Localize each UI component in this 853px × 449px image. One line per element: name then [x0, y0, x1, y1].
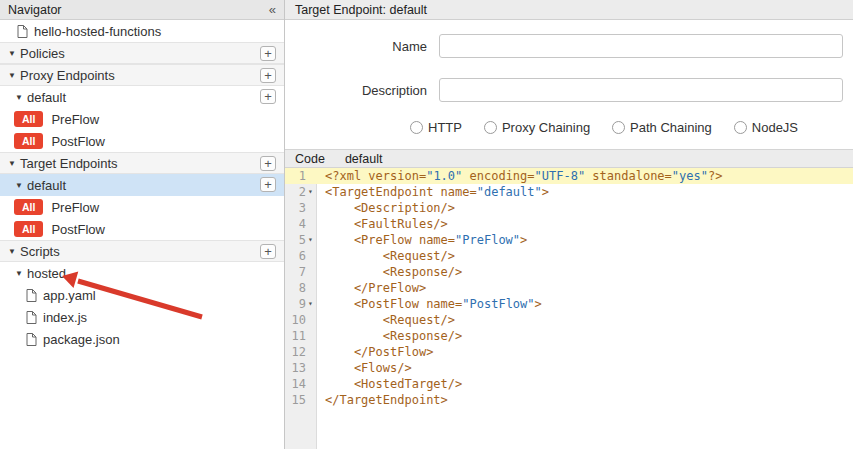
code-line[interactable]: 10 <Request/> [285, 312, 853, 328]
file-icon [26, 289, 43, 302]
code-line[interactable]: 11 <Response/> [285, 328, 853, 344]
code-line[interactable]: 1<?xml version="1.0" encoding="UTF-8" st… [285, 168, 853, 184]
caret-down-icon[interactable]: ▼ [8, 247, 20, 256]
name-label: Name [285, 39, 427, 54]
radio-label: HTTP [428, 120, 462, 135]
nav-section-proxy-endpoints[interactable]: ▼Proxy Endpoints+ [0, 64, 284, 86]
fold-icon[interactable]: ▾ [306, 184, 315, 200]
nav-node-default[interactable]: ▼default+ [0, 86, 284, 108]
target-endpoint-header: Target Endpoint: default [285, 0, 853, 20]
row-label: Target Endpoints [20, 156, 118, 171]
navigator-header: Navigator « [0, 0, 284, 20]
navigator-panel: Navigator « hello-hosted-functions▼Polic… [0, 0, 285, 449]
nav-flow-preflow[interactable]: AllPreFlow [0, 196, 284, 218]
row-label: Policies [20, 46, 65, 61]
code-line[interactable]: 4 <FaultRules/> [285, 216, 853, 232]
nav-file-app-yaml[interactable]: app.yaml [0, 284, 284, 306]
nav-file-package-json[interactable]: package.json [0, 328, 284, 350]
add-button[interactable]: + [260, 244, 276, 259]
file-icon [26, 333, 43, 346]
fold-icon[interactable]: ▾ [306, 296, 315, 312]
nav-section-scripts[interactable]: ▼Scripts+ [0, 240, 284, 262]
code-line[interactable]: 8 </PreFlow> [285, 280, 853, 296]
row-label: default [27, 178, 66, 193]
code-editor[interactable]: 1<?xml version="1.0" encoding="UTF-8" st… [285, 168, 853, 449]
row-label: hello-hosted-functions [34, 24, 161, 39]
radio-proxy-chaining[interactable]: Proxy Chaining [484, 120, 590, 135]
line-number: 14 [292, 376, 306, 392]
line-number: 12 [292, 344, 306, 360]
code-line[interactable]: 3 <Description/> [285, 200, 853, 216]
line-number: 8 [299, 280, 306, 296]
nav-section-target-endpoints[interactable]: ▼Target Endpoints+ [0, 152, 284, 174]
nav-node-hosted[interactable]: ▼hosted [0, 262, 284, 284]
radio-label: Proxy Chaining [502, 120, 590, 135]
caret-down-icon[interactable]: ▼ [15, 93, 27, 102]
line-number: 4 [299, 216, 306, 232]
radio-http[interactable]: HTTP [410, 120, 462, 135]
code-line[interactable]: 13 <Flows/> [285, 360, 853, 376]
add-button[interactable]: + [260, 156, 276, 171]
proxy-editor: Navigator « hello-hosted-functions▼Polic… [0, 0, 853, 449]
code-line[interactable]: 14 <HostedTarget/> [285, 376, 853, 392]
line-number: 5 [299, 232, 306, 248]
row-label: PostFlow [51, 134, 104, 149]
line-number: 7 [299, 264, 306, 280]
nav-flow-postflow[interactable]: AllPostFlow [0, 130, 284, 152]
caret-down-icon[interactable]: ▼ [15, 269, 27, 278]
code-line[interactable]: 9▾ <PostFlow name="PostFlow"> [285, 296, 853, 312]
description-label: Description [285, 83, 427, 98]
nav-flow-postflow[interactable]: AllPostFlow [0, 218, 284, 240]
code-line[interactable]: 6 <Request/> [285, 248, 853, 264]
row-label: hosted [27, 266, 66, 281]
add-button[interactable]: + [260, 68, 276, 83]
nav-file-index-js[interactable]: index.js [0, 306, 284, 328]
radio-nodejs[interactable]: NodeJS [734, 120, 798, 135]
row-label: index.js [43, 310, 87, 325]
code-line[interactable]: 2▾<TargetEndpoint name="default"> [285, 184, 853, 200]
radio-circle-icon[interactable] [484, 121, 497, 134]
row-label: default [27, 90, 66, 105]
code-header: Code default [285, 149, 853, 168]
description-input[interactable] [439, 78, 843, 102]
code-line[interactable]: 12 </PostFlow> [285, 344, 853, 360]
caret-down-icon[interactable]: ▼ [8, 159, 20, 168]
nav-flow-preflow[interactable]: AllPreFlow [0, 108, 284, 130]
radio-circle-icon[interactable] [612, 121, 625, 134]
add-button[interactable]: + [260, 46, 276, 61]
radio-circle-icon[interactable] [410, 121, 423, 134]
row-label: Proxy Endpoints [20, 68, 115, 83]
radio-circle-icon[interactable] [734, 121, 747, 134]
navigator-title: Navigator [8, 3, 62, 17]
name-row: Name [285, 34, 845, 58]
caret-down-icon[interactable]: ▼ [8, 49, 20, 58]
line-number: 3 [299, 200, 306, 216]
target-endpoint-panel: Target Endpoint: default Name Descriptio… [285, 0, 853, 449]
target-endpoint-title: Target Endpoint: default [295, 3, 427, 17]
caret-down-icon[interactable]: ▼ [15, 181, 27, 190]
radio-path-chaining[interactable]: Path Chaining [612, 120, 712, 135]
caret-down-icon[interactable]: ▼ [8, 71, 20, 80]
fold-icon[interactable]: ▾ [306, 232, 315, 248]
code-line[interactable]: 7 <Response/> [285, 264, 853, 280]
add-button[interactable]: + [260, 177, 276, 192]
row-label: app.yaml [43, 288, 96, 303]
row-label: Scripts [20, 244, 60, 259]
line-number: 11 [292, 328, 306, 344]
description-row: Description [285, 78, 845, 102]
name-input[interactable] [439, 34, 843, 58]
nav-section-policies[interactable]: ▼Policies+ [0, 42, 284, 64]
nav-file-hello-hosted-functions[interactable]: hello-hosted-functions [0, 20, 284, 42]
row-label: PostFlow [51, 222, 104, 237]
row-label: package.json [43, 332, 120, 347]
flow-condition-badge: All [14, 221, 43, 237]
add-button[interactable]: + [260, 89, 276, 104]
code-header-label: Code [295, 152, 325, 166]
endpoint-form: Name Description HTTPProxy ChainingPath … [285, 20, 853, 149]
line-number: 13 [292, 360, 306, 376]
code-line[interactable]: 5▾ <PreFlow name="PreFlow"> [285, 232, 853, 248]
collapse-panel-icon[interactable]: « [269, 2, 276, 17]
code-line[interactable]: 15</TargetEndpoint> [285, 392, 853, 408]
code-file-name: default [345, 152, 383, 166]
nav-node-default[interactable]: ▼default+ [0, 174, 284, 196]
